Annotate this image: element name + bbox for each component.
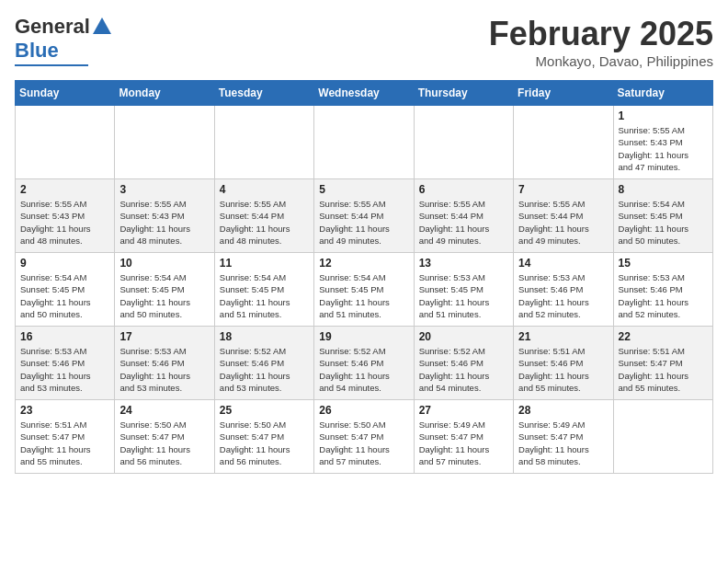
day-number: 6 — [419, 183, 508, 196]
week-row-3: 9Sunrise: 5:54 AM Sunset: 5:45 PM Daylig… — [16, 253, 713, 327]
calendar-cell: 27Sunrise: 5:49 AM Sunset: 5:47 PM Dayli… — [414, 400, 513, 474]
day-info: Sunrise: 5:50 AM Sunset: 5:47 PM Dayligh… — [119, 419, 209, 467]
calendar-cell — [16, 106, 115, 179]
day-header-saturday: Saturday — [613, 81, 712, 106]
day-info: Sunrise: 5:53 AM Sunset: 5:46 PM Dayligh… — [119, 345, 209, 394]
day-info: Sunrise: 5:52 AM Sunset: 5:46 PM Dayligh… — [419, 345, 508, 394]
calendar-cell: 26Sunrise: 5:50 AM Sunset: 5:47 PM Dayli… — [314, 400, 414, 474]
calendar-cell: 16Sunrise: 5:53 AM Sunset: 5:46 PM Dayli… — [16, 327, 115, 400]
calendar-cell — [314, 106, 414, 179]
day-info: Sunrise: 5:49 AM Sunset: 5:47 PM Dayligh… — [419, 419, 508, 467]
day-header-sunday: Sunday — [16, 81, 115, 106]
day-info: Sunrise: 5:55 AM Sunset: 5:44 PM Dayligh… — [518, 198, 608, 247]
calendar-cell — [514, 106, 613, 179]
day-info: Sunrise: 5:55 AM Sunset: 5:43 PM Dayligh… — [20, 198, 109, 247]
logo: General Blue — [15, 15, 111, 66]
day-info: Sunrise: 5:54 AM Sunset: 5:45 PM Dayligh… — [220, 271, 309, 320]
calendar-cell: 18Sunrise: 5:52 AM Sunset: 5:46 PM Dayli… — [214, 327, 313, 400]
day-number: 21 — [518, 330, 608, 343]
calendar-cell: 6Sunrise: 5:55 AM Sunset: 5:44 PM Daylig… — [414, 179, 513, 253]
day-info: Sunrise: 5:53 AM Sunset: 5:45 PM Dayligh… — [419, 271, 508, 320]
day-number: 18 — [220, 330, 309, 343]
location-subtitle: Monkayo, Davao, Philippines — [489, 53, 713, 69]
logo-underline — [15, 64, 88, 66]
day-info: Sunrise: 5:52 AM Sunset: 5:46 PM Dayligh… — [220, 345, 309, 394]
day-number: 7 — [518, 183, 608, 196]
day-info: Sunrise: 5:51 AM Sunset: 5:46 PM Dayligh… — [518, 345, 608, 394]
day-info: Sunrise: 5:50 AM Sunset: 5:47 PM Dayligh… — [319, 419, 408, 467]
day-number: 1 — [619, 109, 708, 122]
day-header-thursday: Thursday — [414, 81, 513, 106]
day-info: Sunrise: 5:51 AM Sunset: 5:47 PM Dayligh… — [619, 345, 708, 394]
calendar-cell: 4Sunrise: 5:55 AM Sunset: 5:44 PM Daylig… — [214, 179, 313, 253]
day-info: Sunrise: 5:55 AM Sunset: 5:44 PM Dayligh… — [220, 198, 309, 247]
day-info: Sunrise: 5:53 AM Sunset: 5:46 PM Dayligh… — [619, 271, 708, 320]
day-info: Sunrise: 5:52 AM Sunset: 5:46 PM Dayligh… — [319, 345, 408, 394]
day-number: 8 — [619, 183, 708, 196]
calendar-cell: 12Sunrise: 5:54 AM Sunset: 5:45 PM Dayli… — [314, 253, 414, 327]
week-row-5: 23Sunrise: 5:51 AM Sunset: 5:47 PM Dayli… — [16, 400, 713, 474]
day-info: Sunrise: 5:54 AM Sunset: 5:45 PM Dayligh… — [119, 271, 209, 320]
calendar-cell: 14Sunrise: 5:53 AM Sunset: 5:46 PM Dayli… — [514, 253, 613, 327]
calendar-cell: 24Sunrise: 5:50 AM Sunset: 5:47 PM Dayli… — [115, 400, 214, 474]
week-row-2: 2Sunrise: 5:55 AM Sunset: 5:43 PM Daylig… — [16, 179, 713, 253]
day-info: Sunrise: 5:53 AM Sunset: 5:46 PM Dayligh… — [20, 345, 109, 394]
calendar-cell: 19Sunrise: 5:52 AM Sunset: 5:46 PM Dayli… — [314, 327, 414, 400]
day-info: Sunrise: 5:55 AM Sunset: 5:43 PM Dayligh… — [619, 124, 708, 173]
day-number: 23 — [20, 404, 109, 417]
day-number: 2 — [20, 183, 109, 196]
calendar-cell: 1Sunrise: 5:55 AM Sunset: 5:43 PM Daylig… — [613, 106, 712, 179]
week-row-1: 1Sunrise: 5:55 AM Sunset: 5:43 PM Daylig… — [16, 106, 713, 179]
calendar-table: SundayMondayTuesdayWednesdayThursdayFrid… — [15, 80, 713, 474]
day-number: 12 — [319, 257, 408, 270]
calendar-cell: 21Sunrise: 5:51 AM Sunset: 5:46 PM Dayli… — [514, 327, 613, 400]
day-number: 16 — [20, 330, 109, 343]
calendar-cell: 10Sunrise: 5:54 AM Sunset: 5:45 PM Dayli… — [115, 253, 214, 327]
calendar-cell: 11Sunrise: 5:54 AM Sunset: 5:45 PM Dayli… — [214, 253, 313, 327]
day-number: 27 — [419, 404, 508, 417]
day-number: 25 — [220, 404, 309, 417]
month-year-title: February 2025 — [489, 15, 713, 53]
day-number: 10 — [119, 257, 209, 270]
calendar-cell: 8Sunrise: 5:54 AM Sunset: 5:45 PM Daylig… — [613, 179, 712, 253]
day-info: Sunrise: 5:49 AM Sunset: 5:47 PM Dayligh… — [518, 419, 608, 467]
calendar-cell: 22Sunrise: 5:51 AM Sunset: 5:47 PM Dayli… — [613, 327, 712, 400]
calendar-cell — [115, 106, 214, 179]
day-header-monday: Monday — [115, 81, 214, 106]
calendar-cell — [414, 106, 513, 179]
calendar-cell: 28Sunrise: 5:49 AM Sunset: 5:47 PM Dayli… — [514, 400, 613, 474]
page-header: General Blue February 2025 Monkayo, Dava… — [15, 15, 713, 69]
day-number: 5 — [319, 183, 408, 196]
title-block: February 2025 Monkayo, Davao, Philippine… — [489, 15, 713, 69]
calendar-cell: 13Sunrise: 5:53 AM Sunset: 5:45 PM Dayli… — [414, 253, 513, 327]
header-row: SundayMondayTuesdayWednesdayThursdayFrid… — [16, 81, 713, 106]
day-info: Sunrise: 5:55 AM Sunset: 5:43 PM Dayligh… — [119, 198, 209, 247]
calendar-cell: 15Sunrise: 5:53 AM Sunset: 5:46 PM Dayli… — [613, 253, 712, 327]
calendar-cell — [214, 106, 313, 179]
week-row-4: 16Sunrise: 5:53 AM Sunset: 5:46 PM Dayli… — [16, 327, 713, 400]
day-number: 28 — [518, 404, 608, 417]
calendar-body: 1Sunrise: 5:55 AM Sunset: 5:43 PM Daylig… — [16, 106, 713, 474]
day-number: 4 — [220, 183, 309, 196]
day-info: Sunrise: 5:50 AM Sunset: 5:47 PM Dayligh… — [220, 419, 309, 467]
day-number: 3 — [119, 183, 209, 196]
day-info: Sunrise: 5:55 AM Sunset: 5:44 PM Dayligh… — [419, 198, 508, 247]
day-number: 9 — [20, 257, 109, 270]
day-info: Sunrise: 5:54 AM Sunset: 5:45 PM Dayligh… — [20, 271, 109, 320]
day-number: 14 — [518, 257, 608, 270]
calendar-cell: 7Sunrise: 5:55 AM Sunset: 5:44 PM Daylig… — [514, 179, 613, 253]
day-info: Sunrise: 5:53 AM Sunset: 5:46 PM Dayligh… — [518, 271, 608, 320]
calendar-cell: 2Sunrise: 5:55 AM Sunset: 5:43 PM Daylig… — [16, 179, 115, 253]
day-number: 11 — [220, 257, 309, 270]
calendar-cell: 5Sunrise: 5:55 AM Sunset: 5:44 PM Daylig… — [314, 179, 414, 253]
calendar-header: SundayMondayTuesdayWednesdayThursdayFrid… — [16, 81, 713, 106]
calendar-cell: 20Sunrise: 5:52 AM Sunset: 5:46 PM Dayli… — [414, 327, 513, 400]
calendar-cell — [613, 400, 712, 474]
day-info: Sunrise: 5:54 AM Sunset: 5:45 PM Dayligh… — [319, 271, 408, 320]
day-header-tuesday: Tuesday — [214, 81, 313, 106]
day-number: 26 — [319, 404, 408, 417]
logo-general-text: General — [15, 15, 90, 39]
calendar-cell: 3Sunrise: 5:55 AM Sunset: 5:43 PM Daylig… — [115, 179, 214, 253]
day-number: 24 — [119, 404, 209, 417]
day-number: 20 — [419, 330, 508, 343]
